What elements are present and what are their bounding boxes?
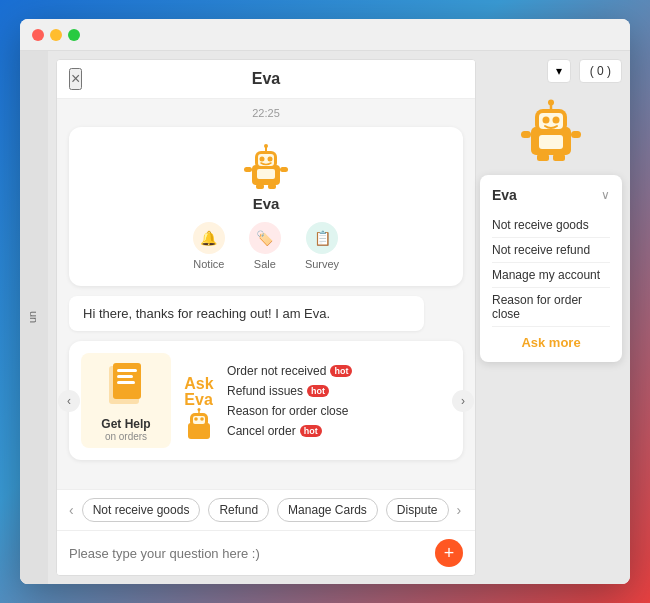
browser-window: un × Eva 22:25 [20,19,630,584]
chat-input-area: + [57,530,475,575]
right-panel: ▾ ( 0 ) [476,51,630,584]
notice-label: Notice [193,258,224,270]
document-icon [101,361,151,411]
dropdown-item-3[interactable]: Manage my account [492,263,610,288]
svg-rect-33 [537,154,549,161]
svg-rect-8 [280,167,288,172]
svg-point-28 [553,117,560,124]
chat-close-button[interactable]: × [69,68,82,90]
svg-point-21 [200,417,204,421]
dot-yellow[interactable] [50,29,62,41]
svg-rect-14 [117,369,137,372]
svg-point-30 [548,100,554,106]
eva-dropdown-header: Eva ∨ [492,187,610,203]
sale-icon: 🏷️ [249,222,281,254]
action-survey[interactable]: 📋 Survey [305,222,339,270]
dot-red[interactable] [32,29,44,41]
chevron-down-icon[interactable]: ∨ [601,188,610,202]
quick-replies: ‹ Not receive goods Refund Manage Cards … [57,489,475,530]
svg-point-27 [543,117,550,124]
svg-point-6 [264,144,268,148]
svg-rect-9 [256,184,264,189]
counter-badge: ( 0 ) [579,59,622,83]
svg-rect-31 [521,131,531,138]
browser-titlebar [20,19,630,51]
dropdown-button[interactable]: ▾ [547,59,571,83]
chip-refund[interactable]: Refund [208,498,269,522]
dropdown-item-2[interactable]: Not receive refund [492,238,610,263]
chat-input[interactable] [69,546,435,561]
chip-manage-cards[interactable]: Manage Cards [277,498,378,522]
dot-green[interactable] [68,29,80,41]
ask-eva-card: ‹ Get Help on orders [69,341,463,460]
add-attachment-button[interactable]: + [435,539,463,567]
svg-point-23 [198,408,201,411]
survey-label: Survey [305,258,339,270]
small-robot-icon [181,408,217,444]
browser-content: un × Eva 22:25 [20,51,630,584]
chips-next-button[interactable]: › [457,502,462,518]
sidebar-label: un [28,311,40,323]
chat-messages[interactable]: 22:25 [57,99,475,489]
svg-point-20 [194,417,198,421]
notice-icon: 🔔 [193,222,225,254]
survey-icon: 📋 [306,222,338,254]
hot-badge-4: hot [300,425,322,437]
svg-rect-34 [553,154,565,161]
message-timestamp: 22:25 [69,107,463,119]
hot-badge-2: hot [307,385,329,397]
svg-rect-35 [539,135,563,149]
eva-dropdown-title: Eva [492,187,517,203]
eva-actions: 🔔 Notice 🏷️ Sale 📋 Survey [85,222,447,270]
option-1[interactable]: Order not received hot [227,364,451,378]
ask-eva-middle: AskEva [181,353,217,448]
eva-intro-card: Eva 🔔 Notice 🏷️ Sale 📋 Survey [69,127,463,286]
chip-dispute[interactable]: Dispute [386,498,449,522]
eva-robot-icon [85,143,447,191]
action-sale[interactable]: 🏷️ Sale [249,222,281,270]
get-help-text: Get Help [101,417,150,431]
chat-title: Eva [252,70,280,88]
svg-rect-26 [539,113,563,129]
chat-container: × Eva 22:25 [56,59,476,576]
left-sidebar: un [20,51,48,584]
dropdown-item-4[interactable]: Reason for order close [492,288,610,327]
ask-eva-title: AskEva [184,376,213,408]
ask-eva-left: Get Help on orders [81,353,171,448]
ask-more-link[interactable]: Ask more [492,335,610,350]
greeting-message: Hi there, thanks for reaching out! I am … [69,296,424,331]
dropdown-item-1[interactable]: Not receive goods [492,213,610,238]
ask-eva-next-button[interactable]: › [452,390,474,412]
sale-label: Sale [254,258,276,270]
svg-rect-7 [244,167,252,172]
ask-eva-prev-button[interactable]: ‹ [58,390,80,412]
on-orders-text: on orders [105,431,147,442]
right-robot-icon [519,99,583,163]
option-2[interactable]: Refund issues hot [227,384,451,398]
chips-prev-button[interactable]: ‹ [69,502,74,518]
svg-rect-15 [117,375,133,378]
right-top-controls: ▾ ( 0 ) [480,59,622,83]
chat-header: × Eva [57,60,475,99]
ask-eva-options: Order not received hot Refund issues hot… [227,353,451,448]
eva-robot-svg [242,143,290,191]
svg-point-4 [268,157,273,162]
browser-dots [32,29,80,41]
eva-dropdown: Eva ∨ Not receive goods Not receive refu… [480,175,622,362]
hot-badge-1: hot [330,365,352,377]
eva-card-name: Eva [85,195,447,212]
eva-bot-float [480,99,622,163]
option-4[interactable]: Cancel order hot [227,424,451,438]
chip-not-receive[interactable]: Not receive goods [82,498,201,522]
svg-rect-10 [268,184,276,189]
svg-point-3 [260,157,265,162]
svg-rect-32 [571,131,581,138]
option-3[interactable]: Reason for order close [227,404,451,418]
svg-rect-16 [117,381,135,384]
svg-rect-11 [257,169,275,179]
action-notice[interactable]: 🔔 Notice [193,222,225,270]
